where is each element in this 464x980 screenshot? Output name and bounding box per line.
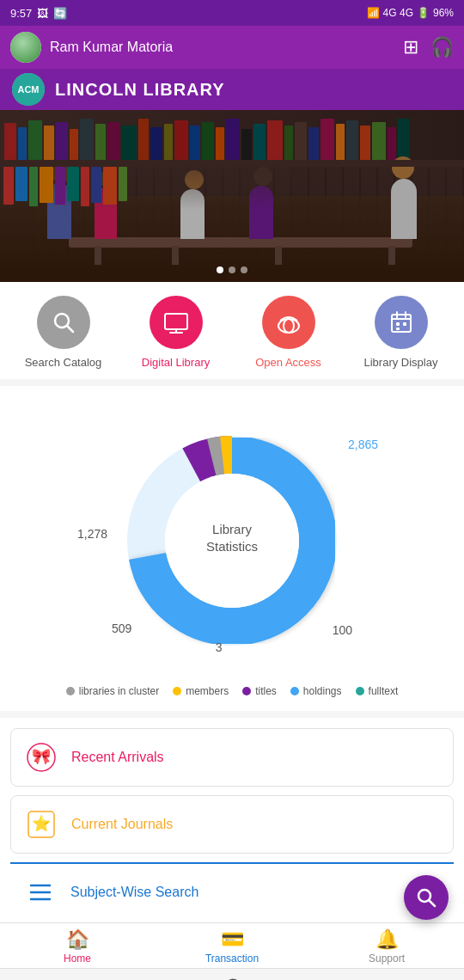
status-bar: 9:57 🖼 🔄 📶 4G 4G 🔋 96% — [0, 0, 464, 26]
support-label: Support — [369, 952, 405, 965]
nav-home[interactable]: 🏠 Home — [0, 928, 155, 965]
fab-search[interactable] — [404, 875, 449, 920]
user-name: Ram Kumar Matoria — [50, 40, 173, 55]
time-display: 9:57 — [10, 7, 32, 20]
nav-transaction[interactable]: 💳 Transaction — [155, 928, 309, 965]
chart-label-members: 3 — [216, 640, 223, 654]
back-button[interactable]: ◀ — [70, 976, 83, 980]
home-icon: 🏠 — [66, 928, 89, 951]
avatar — [10, 32, 41, 63]
legend-dot-members — [173, 687, 181, 695]
user-info: Ram Kumar Matoria — [10, 32, 173, 63]
current-journals-label: Current Journals — [71, 817, 173, 832]
svg-rect-15 — [396, 328, 400, 330]
svg-line-33 — [430, 901, 436, 907]
chart-legend: libraries in cluster members titles hold… — [58, 685, 406, 697]
bottom-nav: 🏠 Home 💳 Transaction 🔔 Support — [0, 922, 464, 968]
recents-button[interactable]: ■ — [383, 977, 394, 981]
refresh-icon: 🔄 — [53, 7, 67, 20]
svg-text:⭐: ⭐ — [32, 814, 52, 833]
legend-label-holdings: holdings — [303, 685, 342, 697]
open-access-label: Open Access — [255, 356, 321, 369]
signal-text: 4G 4G — [383, 7, 413, 19]
digital-library-label: Digital Library — [142, 356, 210, 369]
legend-fulltext: fulltext — [356, 685, 399, 697]
statistics-section: 2,865 1,278 509 3 100 — [0, 386, 464, 711]
headphones-icon[interactable]: 🎧 — [430, 36, 454, 58]
digital-library-icon — [150, 296, 203, 349]
chart-label-clusters: 509 — [112, 622, 131, 635]
battery-text: 96% — [433, 7, 454, 19]
svg-text:Library: Library — [212, 522, 252, 536]
transaction-label: Transaction — [205, 952, 259, 965]
action-cards: 🎀 Recent Arrivals ⭐ Current Journals Sub… — [0, 718, 464, 922]
subject-search-card[interactable]: Subject-Wise Search — [10, 862, 454, 912]
status-time-area: 9:57 🖼 🔄 — [10, 7, 67, 20]
legend-label-titles: titles — [255, 685, 277, 697]
support-icon: 🔔 — [375, 928, 399, 951]
chart-label-fulltext: 100 — [333, 623, 352, 637]
legend-holdings: holdings — [290, 685, 342, 697]
svg-rect-9 — [392, 315, 411, 332]
signal-icon: 📶 — [367, 7, 380, 19]
chart-container: 2,865 1,278 509 3 100 — [95, 403, 369, 678]
top-bar: Ram Kumar Matoria ⊞ 🎧 — [0, 26, 464, 69]
legend-members: members — [173, 685, 229, 697]
home-label: Home — [64, 952, 91, 965]
battery-icon: 🔋 — [417, 7, 430, 19]
action-digital-library[interactable]: Digital Library — [129, 296, 223, 369]
quick-actions: Search Catalog Digital Library Open Acce… — [0, 282, 464, 379]
action-search-catalog[interactable]: Search Catalog — [16, 296, 111, 369]
legend-dot-fulltext — [356, 687, 364, 695]
open-access-icon — [262, 296, 315, 349]
library-header: ACM LINCOLN LIBRARY — [0, 69, 464, 110]
current-journals-icon: ⭐ — [25, 808, 58, 841]
nav-support[interactable]: 🔔 Support — [309, 928, 464, 965]
svg-line-3 — [67, 326, 73, 332]
banner-image — [0, 110, 464, 282]
legend-clusters: libraries in cluster — [66, 685, 159, 697]
svg-text:Statistics: Statistics — [206, 539, 258, 554]
library-logo: ACM — [12, 73, 45, 106]
carousel-dots — [217, 266, 247, 273]
svg-point-7 — [278, 319, 299, 333]
subject-search-label: Subject-Wise Search — [70, 885, 198, 900]
recent-arrivals-label: Recent Arrivals — [71, 750, 164, 765]
svg-rect-4 — [165, 314, 187, 329]
legend-dot-holdings — [290, 687, 299, 695]
dot-3[interactable] — [241, 266, 247, 273]
current-journals-card[interactable]: ⭐ Current Journals — [10, 795, 454, 854]
legend-label-clusters: libraries in cluster — [79, 685, 159, 697]
chart-label-titles: 1,278 — [77, 527, 107, 541]
android-nav-bar: ◀ ⬤ ■ — [0, 968, 464, 980]
legend-dot-titles — [242, 687, 251, 695]
svg-text:🎀: 🎀 — [32, 747, 52, 766]
dot-1[interactable] — [217, 266, 223, 273]
recent-arrivals-card[interactable]: 🎀 Recent Arrivals — [10, 728, 454, 787]
dot-2[interactable] — [229, 266, 235, 273]
search-catalog-icon — [37, 296, 90, 349]
legend-label-members: members — [186, 685, 229, 697]
library-display-icon — [375, 296, 428, 349]
library-name: LINCOLN LIBRARY — [55, 80, 225, 100]
action-library-display[interactable]: Library Display — [354, 296, 449, 369]
legend-dot-clusters — [66, 687, 75, 695]
search-catalog-label: Search Catalog — [25, 356, 102, 369]
svg-point-8 — [284, 319, 294, 333]
top-bar-icons: ⊞ 🎧 — [403, 36, 454, 58]
donut-chart: Library Statistics — [95, 403, 369, 678]
grid-icon[interactable]: ⊞ — [403, 36, 418, 58]
library-display-label: Library Display — [364, 356, 438, 369]
legend-label-fulltext: fulltext — [369, 685, 399, 697]
home-button[interactable]: ⬤ — [223, 976, 242, 980]
legend-titles: titles — [242, 685, 277, 697]
chart-label-holdings: 2,865 — [348, 438, 378, 451]
action-open-access[interactable]: Open Access — [241, 296, 336, 369]
transaction-icon: 💳 — [221, 928, 244, 951]
status-right-area: 📶 4G 4G 🔋 96% — [367, 7, 454, 19]
photo-icon: 🖼 — [37, 7, 48, 20]
svg-text:ACM: ACM — [17, 84, 39, 95]
svg-rect-14 — [403, 322, 406, 326]
subject-search-icon — [24, 876, 57, 909]
svg-rect-13 — [396, 322, 400, 326]
